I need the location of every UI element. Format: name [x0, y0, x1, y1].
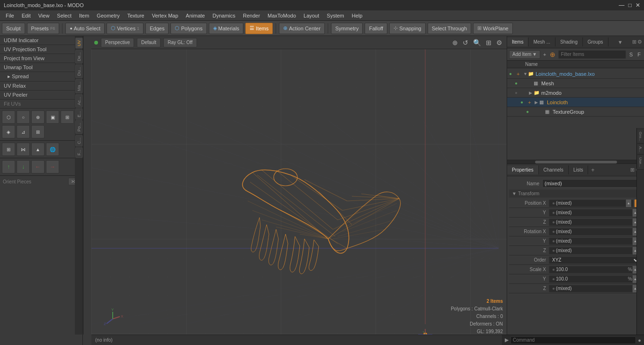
rotation-z-value[interactable]: ● (mixed) ▲ [549, 247, 640, 254]
side-tab-ma[interactable]: Ma... [75, 79, 83, 93]
tool-icon-8[interactable]: ⊞ [31, 125, 45, 138]
position-z-value[interactable]: ● (mixed) ▲ [549, 218, 640, 226]
pos-x-increment[interactable]: ▲ [626, 200, 631, 207]
edges-button[interactable]: Edges [145, 23, 169, 34]
vis-icon-loincloth[interactable]: ● [520, 100, 528, 105]
snapping-button[interactable]: ⊹ Snapping [389, 23, 426, 34]
side-tab-du[interactable]: Du... [75, 64, 83, 78]
add-item-button[interactable]: Add Item ▼ [509, 50, 540, 59]
tree-scrollbar-thumb[interactable] [535, 161, 617, 163]
ray-gl-button[interactable]: Ray GL: Off [163, 38, 197, 47]
panel-settings-icon[interactable]: ⚙ [637, 39, 642, 45]
transform-section-header[interactable]: ▼ Transform [509, 190, 642, 198]
menu-item[interactable]: Item [75, 12, 93, 19]
position-y-value[interactable]: ● (mixed) ▲ [549, 209, 640, 217]
right-vtab-use[interactable]: Use... [637, 164, 644, 170]
menu-texture[interactable]: Texture [124, 12, 148, 19]
tool-icon-3[interactable]: ⊕ [31, 110, 45, 124]
items-button[interactable]: ☰ Items [245, 23, 273, 34]
prop-name-input[interactable] [542, 179, 640, 188]
viewport[interactable]: Perspective Default Ray GL: Off ⊕ ↺ 🔍 ⊞ … [91, 36, 507, 345]
tool-spread[interactable]: ▸ Spread [0, 72, 82, 82]
tool-udim-indicator[interactable]: UDIM Indicator [0, 36, 82, 45]
sculpt-button[interactable]: Sculpt [2, 23, 25, 34]
menu-system[interactable]: System [323, 12, 348, 19]
side-tab-c[interactable]: C... [75, 135, 83, 146]
menu-file[interactable]: File [2, 12, 18, 19]
arrow-right[interactable]: → [46, 160, 59, 173]
menu-vertex-map[interactable]: Vertex Map [148, 12, 182, 19]
side-tab-uv[interactable]: UV [75, 38, 83, 49]
tab-lists[interactable]: Lists [569, 165, 589, 174]
arrow-left[interactable]: ← [31, 160, 45, 173]
tree-row-file[interactable]: ● + ▼ 📁 Loincloth_modo_base.lxo [507, 69, 644, 79]
rotation-x-value[interactable]: ● (mixed) ▲ [549, 228, 640, 236]
side-tab-de[interactable]: De... [75, 50, 83, 64]
menu-dynamics[interactable]: Dynamics [209, 12, 239, 19]
toolbar-plus-icon[interactable]: + [542, 52, 547, 57]
filter-s-icon[interactable]: S [628, 52, 634, 57]
add-tab-icon[interactable]: + [588, 165, 597, 175]
symmetry-button[interactable]: Symmetry [331, 23, 363, 34]
command-settings-icon[interactable]: ● [638, 337, 641, 343]
tab-groups[interactable]: Groups [583, 37, 608, 46]
scale-y-value[interactable]: ● 100.0 % ▲ [549, 275, 640, 283]
props-maximize-icon[interactable]: ⊞ [630, 167, 635, 173]
tree-row-m2modo[interactable]: ● ▶ 📁 m2modo [507, 88, 644, 98]
toolbar-link-icon[interactable]: ⊕ [549, 51, 556, 58]
scale-z-value[interactable]: ● (mixed) ▲ [549, 285, 640, 292]
tree-scrollbar[interactable] [507, 160, 644, 163]
tab-channels[interactable]: Channels [539, 165, 569, 174]
menu-render[interactable]: Render [239, 12, 264, 19]
command-input[interactable] [510, 336, 636, 344]
default-button[interactable]: Default [137, 38, 161, 47]
tree-row-texture[interactable]: ● ▦ TextureGroup [507, 107, 644, 117]
tree-row-mesh[interactable]: ● ▦ Mesh [507, 79, 644, 88]
tab-properties[interactable]: Properties [507, 165, 539, 174]
tool-icon-12[interactable]: 🌐 [46, 143, 59, 156]
side-tab-f[interactable]: F... [75, 147, 83, 158]
vis-icon-texture[interactable]: ● [526, 109, 534, 114]
tool-uv-relax[interactable]: UV Relax [0, 82, 82, 91]
tab-mesh[interactable]: Mesh ... [528, 37, 555, 46]
tool-icon-2[interactable]: ○ [17, 110, 30, 124]
arrow-loincloth[interactable]: ▶ [535, 100, 539, 105]
action-center-button[interactable]: ⊕ Action Center [279, 23, 325, 34]
arrow-file[interactable]: ▼ [523, 72, 528, 76]
tool-icon-6[interactable]: ◈ [2, 125, 15, 138]
position-x-value[interactable]: ● (mixed) ▲ [549, 200, 634, 207]
scale-x-value[interactable]: ● 100.0 % ▲ [549, 266, 640, 273]
menu-animate[interactable]: Animate [182, 12, 208, 19]
viewport-icon-zoom[interactable]: 🔍 [472, 39, 483, 46]
viewport-icon-settings[interactable]: ⚙ [495, 39, 504, 46]
maximize-button[interactable]: □ [628, 2, 632, 9]
minimize-button[interactable]: — [619, 2, 625, 9]
tab-shading[interactable]: Shading [555, 37, 583, 46]
menu-edit[interactable]: Edit [18, 12, 35, 19]
falloff-button[interactable]: Falloff [365, 23, 387, 34]
materials-button[interactable]: ◈ Materials [209, 23, 244, 34]
vis-icon-mesh[interactable]: ● [515, 81, 522, 86]
arrow-up[interactable]: ↑ [2, 160, 15, 173]
side-tab-ac[interactable]: Ac... [75, 94, 83, 108]
plus-icon-loincloth[interactable]: + [528, 100, 535, 105]
arrow-m2modo[interactable]: ▶ [529, 91, 534, 95]
menu-layout[interactable]: Layout [300, 12, 323, 19]
rotation-y-value[interactable]: ● (mixed) ▲ [549, 237, 640, 245]
vertices-button[interactable]: ⬡ Vertices 1 [107, 23, 143, 34]
filter-f-icon[interactable]: F [636, 52, 642, 57]
tree-row-loincloth[interactable]: ● + ▶ ▦ Loincloth [507, 98, 644, 107]
viewport-icon-move[interactable]: ⊕ [451, 39, 459, 46]
filter-items-input[interactable] [558, 50, 626, 59]
presets-button[interactable]: Presets F6 [27, 23, 60, 34]
menu-help[interactable]: Help [348, 12, 367, 19]
menu-maxtomodo[interactable]: MaxToModo [264, 12, 300, 19]
tool-fit-uvs[interactable]: Fit UVs [0, 100, 82, 109]
menu-view[interactable]: View [35, 12, 54, 19]
tool-icon-5[interactable]: ⊞ [61, 110, 74, 124]
tool-icon-10[interactable]: ⋈ [17, 143, 30, 156]
tool-icon-4[interactable]: ▣ [46, 110, 59, 124]
tool-unwrap[interactable]: Unwrap Tool [0, 63, 82, 72]
vis-icon-file[interactable]: ● [509, 71, 517, 76]
side-tab-e[interactable]: E... [75, 109, 83, 120]
